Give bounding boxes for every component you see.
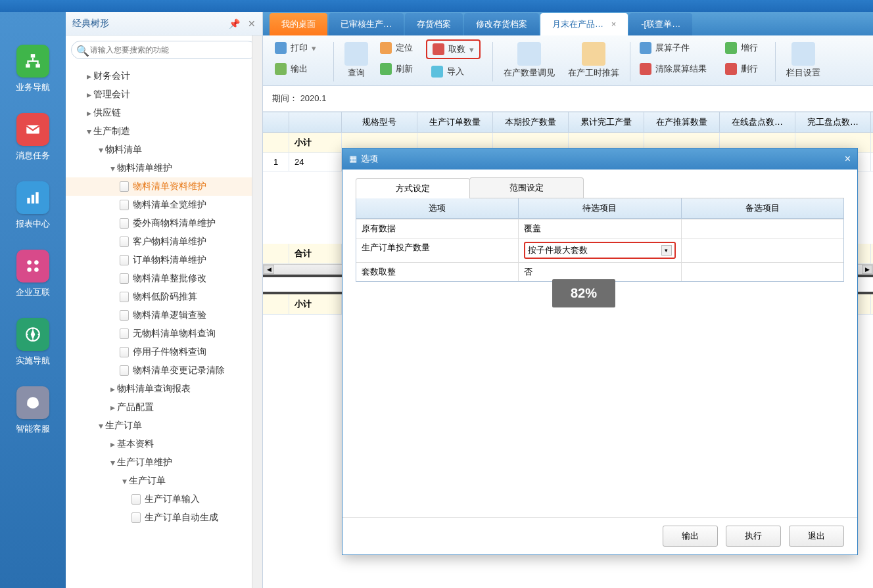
tab-method[interactable]: 方式设定 [356,178,470,198]
expand-sub-button[interactable]: 展算子件 [634,39,712,57]
rail-label: 报表中心 [16,218,50,230]
support-icon [16,386,49,419]
opt-row-round[interactable]: 套数取整 否 [356,262,843,281]
document-icon [120,181,129,192]
col-order-qty[interactable]: 生产订单数量 [417,112,493,132]
tab-desktop[interactable]: 我的桌面 [270,13,327,35]
del-row-button[interactable]: 删行 [720,60,763,78]
caret-icon: ▾ [84,126,93,137]
tree-branch[interactable]: ▾物料清单 [66,141,262,159]
rail-messages[interactable]: 消息任务 [16,113,50,162]
tree-leaf[interactable]: 物料清单变更记录清除 [66,361,262,380]
import-button[interactable]: 导入 [426,63,481,80]
tree-branch[interactable]: ▸供应链 [66,104,262,122]
chevron-down-icon[interactable]: ▾ [661,245,672,256]
locate-button[interactable]: 定位 [375,39,418,57]
wip-time-button[interactable]: 在产工时推算 [561,39,626,81]
clear-expand-button[interactable]: 清除展算结果 [634,60,712,78]
tree-label: 基本资料 [117,438,262,450]
tree-leaf[interactable]: 生产订单自动生成 [66,509,262,527]
add-row-button[interactable]: 增行 [720,39,763,57]
caret-icon: ▾ [96,420,105,431]
expand-icon [640,42,651,54]
tab-range[interactable]: 范围设定 [469,177,584,198]
tree-branch[interactable]: ▾生产制造 [66,122,262,141]
col-period-qty[interactable]: 本期投产数量 [493,112,569,132]
close-icon[interactable]: ✕ [248,18,256,29]
rail-support[interactable]: 智能客服 [16,386,50,435]
tree-leaf[interactable]: 订单物料清单维护 [66,251,262,269]
rail-implementation[interactable]: 实施导航 [16,318,50,367]
scroll-right-icon[interactable]: ▶ [862,265,872,274]
output-button[interactable]: 输出 [663,526,718,547]
tree-leaf[interactable]: 生产订单输入 [66,490,262,509]
tree-leaf[interactable]: 物料清单逻辑查验 [66,306,262,325]
scroll-left-icon[interactable]: ◀ [264,265,274,274]
pin-icon[interactable]: 📌 [229,18,240,29]
tree-branch[interactable]: ▸基本资料 [66,435,262,453]
caret-icon: ▾ [108,163,117,173]
tree-leaf[interactable]: 客户物料清单维护 [66,233,262,251]
tree-label: 委外商物料清单维护 [133,217,262,229]
tab-lookup[interactable]: -[联查单… [629,13,692,35]
tree-branch[interactable]: ▾生产订单维护 [66,453,262,472]
tree-branch[interactable]: ▾物料清单维护 [66,159,262,177]
tree-branch[interactable]: ▸物料清单查询报表 [66,380,262,398]
dialog-footer: 输出 执行 退出 [342,517,857,554]
col-setting-button[interactable]: 栏目设置 [780,39,827,81]
rail-enterprise-link[interactable]: 企业互联 [16,250,50,298]
plus-icon [725,42,737,54]
fetch-button[interactable]: 取数▾ [426,39,481,59]
col-online-count[interactable]: 在线盘点数… [720,112,795,132]
opt-row-existing-data[interactable]: 原有数据 覆盖 [356,219,843,238]
refresh-button[interactable]: 刷新 [375,60,418,78]
tree-leaf[interactable]: 停用子件物料查询 [66,343,262,361]
fetch-icon [433,43,444,55]
tree-branch[interactable]: ▾生产订单 [66,472,262,490]
tab-inventory[interactable]: 存货档案 [405,13,463,35]
tree-label: 物料清单全览维护 [133,199,262,211]
tree-leaf[interactable]: 物料清单整批修改 [66,269,262,288]
tree-leaf[interactable]: 委外商物料清单维护 [66,214,262,233]
tab-approved-prod[interactable]: 已审核生产… [329,13,404,35]
scrollbar-v[interactable] [252,35,262,588]
rail-reports[interactable]: 报表中心 [16,181,50,230]
tree-branch[interactable]: ▾生产订单 [66,417,262,435]
svg-rect-14 [27,402,30,407]
tree-body[interactable]: ▸财务会计▸管理会计▸供应链▾生产制造▾物料清单▾物料清单维护物料清单资料维护物… [66,64,262,588]
tab-month-end-wip[interactable]: 月末在产品… × [540,13,628,35]
tree-branch[interactable]: ▸产品配置 [66,398,262,417]
tree-label: 无物料清单物料查询 [133,328,262,340]
exit-button[interactable]: 退出 [789,526,844,547]
document-icon [120,365,129,376]
tree-leaf[interactable]: 物料低阶码推算 [66,288,262,306]
rail-biz-nav[interactable]: 业务导航 [16,45,50,93]
opt-row-order-qty[interactable]: 生产订单投产数量 按子件最大套数 ▾ [356,238,843,262]
dialog-title-bar[interactable]: ▦选项 × [342,148,857,170]
tree-leaf[interactable]: 物料清单资料维护 [66,177,262,196]
col-spec[interactable]: 规格型号 [342,112,417,132]
tree-branch[interactable]: ▸管理会计 [66,85,262,104]
rail-label: 实施导航 [16,355,50,367]
close-icon[interactable]: × [845,153,851,165]
output-button[interactable]: 输出 [270,60,321,78]
rail-label: 企业互联 [16,286,50,298]
export-icon [275,63,287,75]
wip-qty-button[interactable]: 在产数量调见 [497,39,561,81]
execute-button[interactable]: 执行 [726,526,781,547]
close-icon[interactable]: × [611,19,617,29]
tree-branch[interactable]: ▸财务会计 [66,67,262,85]
tree-label: 管理会计 [93,89,262,101]
tree-leaf[interactable]: 物料清单全览维护 [66,196,262,214]
document-icon [120,200,129,210]
col-cum-output[interactable]: 累计完工产量 [569,112,644,132]
query-button[interactable]: 查询 [338,39,375,81]
print-button[interactable]: 打印▾ [270,39,321,57]
search-input[interactable] [71,41,257,59]
opt-col-pending: 待选项目 [519,198,681,219]
col-wip-est[interactable]: 在产推算数量 [644,112,720,132]
col-finish-count[interactable]: 完工盘点数… [795,112,871,132]
tree-header: 经典树形 📌 ✕ [66,12,262,35]
tree-leaf[interactable]: 无物料清单物料查询 [66,325,262,343]
tab-edit-inventory[interactable]: 修改存货档案 [464,13,539,35]
